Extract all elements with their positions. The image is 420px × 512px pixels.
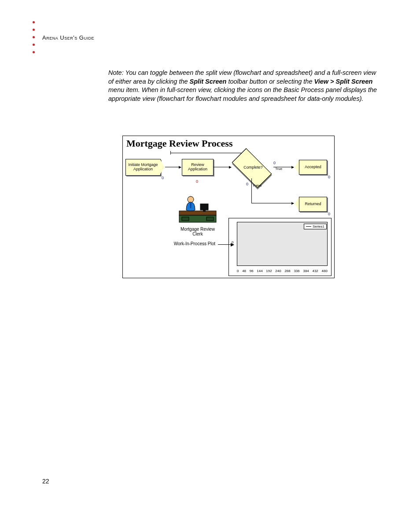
page: Arena User's Guide Note: You can toggle … — [0, 0, 420, 512]
bullet-icon — [33, 44, 35, 46]
bullet-icon — [33, 21, 35, 23]
module-initiate: Initiate Mortgage Application — [125, 159, 161, 176]
legend-line-icon — [306, 226, 311, 227]
arrow-icon — [165, 167, 181, 167]
counter-decision-true: 0 — [273, 161, 276, 165]
running-header: Arena User's Guide — [42, 34, 94, 41]
clerk-illustration-icon — [176, 189, 220, 224]
figure-title: Mortgage Review Process — [126, 138, 233, 149]
branch-label-true: True — [275, 167, 282, 171]
module-returned-tip — [295, 197, 299, 211]
legend-label: Series1 — [313, 225, 324, 228]
branch-label-false: False — [253, 184, 262, 188]
page-number: 22 — [42, 478, 49, 485]
svg-rect-4 — [200, 204, 208, 210]
plot-x-tick: 192 — [266, 269, 272, 273]
module-accepted-tip — [295, 160, 299, 174]
bullet-icon — [33, 36, 35, 38]
margin-bullets — [33, 21, 35, 59]
note-text: menu item. When in full-screen view, cli… — [108, 86, 377, 102]
bullet-icon — [33, 29, 35, 31]
wip-caption: Work-In-Process Plot — [162, 241, 215, 246]
plot-x-tick: 480 — [322, 269, 328, 273]
svg-point-6 — [188, 196, 194, 203]
svg-rect-3 — [206, 217, 214, 221]
plot-x-tick: 384 — [303, 269, 309, 273]
counter-accepted: 0 — [328, 175, 330, 179]
plot-x-tick: 144 — [257, 269, 262, 273]
connector-line — [170, 153, 246, 153]
note-text: toolbar button or selecting the — [228, 78, 314, 85]
plot-legend: Series1 — [304, 224, 327, 229]
arrow-icon — [251, 203, 294, 203]
module-label: Accepted — [305, 165, 321, 169]
note-bold-split-screen: Split Screen — [190, 78, 227, 85]
connector-line — [251, 178, 252, 203]
plot-x-tick: 48 — [242, 269, 246, 273]
bullet-icon — [33, 51, 35, 53]
module-label: Review Application — [182, 163, 213, 172]
plot-x-tick: 288 — [284, 269, 290, 273]
wip-plot: 0 Series1 0 48 96 144 192 240 288 336 38… — [228, 218, 332, 276]
clerk-caption: Mortgage Review Clerk — [176, 227, 220, 236]
plot-x-tick: 336 — [294, 269, 299, 273]
module-label: Returned — [305, 202, 321, 206]
svg-rect-2 — [182, 217, 189, 221]
svg-rect-5 — [203, 210, 206, 212]
module-review: Review Application — [182, 159, 214, 176]
module-initiate-tip — [160, 159, 164, 175]
plot-x-tick: 240 — [275, 269, 281, 273]
note-paragraph: Note: You can toggle between the split v… — [108, 69, 378, 103]
plot-x-tick: 432 — [312, 269, 318, 273]
connector-tick — [170, 151, 171, 155]
plot-y-tick: 0 — [232, 240, 233, 244]
note-bold-view-menu: View > Split Screen — [314, 78, 373, 85]
plot-x-ticks: 0 48 96 144 192 240 288 336 384 432 480 — [237, 269, 328, 273]
module-accepted: Accepted — [299, 160, 327, 175]
arrow-icon — [273, 167, 294, 167]
module-returned: Returned — [299, 197, 327, 212]
arrow-icon — [214, 167, 231, 167]
decision-label: Complete? — [236, 165, 271, 169]
plot-x-tick: 96 — [250, 269, 254, 273]
counter-decision-false: 0 — [246, 182, 248, 186]
module-label: Initiate Mortgage Application — [126, 163, 160, 172]
counter-initiate: 0 — [162, 176, 164, 180]
svg-rect-0 — [179, 211, 216, 215]
counter-review: 0 — [196, 179, 198, 184]
plot-x-tick: 0 — [237, 269, 239, 273]
counter-returned: 0 — [328, 212, 330, 216]
figure-mortgage-review: Mortgage Review Process Initiate Mortgag… — [122, 136, 335, 278]
